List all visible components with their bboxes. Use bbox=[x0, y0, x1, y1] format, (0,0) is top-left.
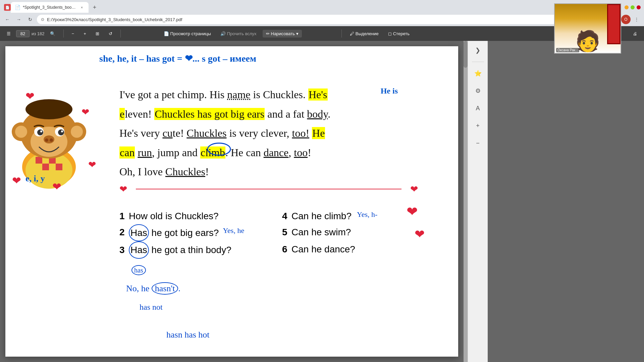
search-pdf-button[interactable]: 🔍 bbox=[47, 30, 59, 38]
q-text-1: How old is Chuckles? bbox=[129, 208, 219, 224]
rotate-button[interactable]: ↺ bbox=[105, 30, 116, 38]
svg-point-19 bbox=[45, 138, 48, 142]
lock-icon: ⊙ bbox=[41, 17, 44, 22]
fit-page-icon: ⊞ bbox=[96, 31, 99, 36]
pdf-toolbar-left: ☰ из 182 🔍 bbox=[3, 30, 59, 38]
svg-point-14 bbox=[37, 129, 43, 135]
forward-button[interactable]: → bbox=[14, 15, 23, 24]
close-button[interactable] bbox=[637, 5, 641, 9]
highlight-label: Выделение bbox=[356, 31, 379, 36]
refresh-button[interactable]: ↻ bbox=[25, 15, 35, 24]
search-pdf-icon: 🔍 bbox=[50, 31, 55, 36]
q-text-6: Can he dance? bbox=[291, 241, 355, 257]
sidebar-zoom-minus-icon[interactable]: − bbox=[472, 137, 484, 149]
heart-right-1: ❤ bbox=[407, 204, 418, 219]
has-circle-3: Has bbox=[129, 241, 149, 259]
has-circle-2: Has bbox=[129, 224, 149, 242]
print-icon: 🖨 bbox=[633, 31, 637, 36]
q-text-4: Can he climb? bbox=[291, 208, 352, 224]
tab-active[interactable]: 📄 *Spotlight_3_Students_book_Uc... × bbox=[11, 2, 89, 13]
erase-button[interactable]: ◻ Стереть bbox=[385, 30, 413, 38]
pdf-toolbar-center: 📄 Просмотр страницы 🔊 Прочить вслух ✏ На… bbox=[125, 30, 337, 38]
scrollbar-thumb[interactable] bbox=[464, 41, 468, 68]
q-num-5: 5 bbox=[282, 224, 289, 240]
svg-point-26 bbox=[208, 143, 230, 155]
tab-close-button[interactable]: × bbox=[79, 5, 85, 10]
heart-left: ❤ bbox=[52, 180, 61, 193]
minimize-button[interactable] bbox=[625, 5, 629, 9]
fit-page-button[interactable]: ⊞ bbox=[92, 30, 103, 38]
no-he-hasnt: No, he hasn't. bbox=[126, 281, 180, 296]
top-annotation: she, he, it – has got = ❤... s got – име… bbox=[99, 53, 256, 64]
hasnt-circle: hasn't bbox=[152, 282, 178, 295]
scrollbar[interactable] bbox=[464, 41, 468, 362]
webcam-feed: 🧑 Оксана Рак... bbox=[555, 4, 621, 53]
svg-point-22 bbox=[15, 126, 27, 138]
zoom-in-button[interactable]: + bbox=[80, 30, 90, 38]
page-number-input[interactable] bbox=[16, 30, 30, 37]
climb-highlight: climb bbox=[200, 146, 225, 159]
read-aloud-icon: 🔊 bbox=[220, 31, 226, 36]
q-num-2: 2 bbox=[119, 224, 126, 240]
profile-avatar[interactable]: О bbox=[621, 15, 631, 24]
dance-underline: dance bbox=[264, 146, 289, 159]
separator-3 bbox=[341, 29, 342, 38]
view-page-label: Просмотр страницы bbox=[170, 31, 211, 36]
has-not-annotation: has not bbox=[140, 300, 163, 314]
view-page-icon: 📄 bbox=[164, 31, 169, 36]
read-aloud-button[interactable]: 🔊 Прочить вслух bbox=[217, 30, 260, 38]
monkey-cartoon: ❤ ❤ ❤ ❤ bbox=[5, 80, 93, 190]
svg-rect-9 bbox=[56, 164, 62, 170]
pdf-page: ❤ ❤ ❤ ❤ she, he, it – has got = ❤... s g… bbox=[5, 46, 458, 357]
has-small-annotation: has bbox=[131, 261, 146, 278]
view-page-button[interactable]: 📄 Просмотр страницы bbox=[160, 30, 214, 38]
draw-button[interactable]: ✏ Нарисовать ▾ bbox=[263, 30, 302, 38]
back-button[interactable]: ← bbox=[3, 15, 12, 24]
sidebar-text-icon[interactable]: A bbox=[472, 102, 484, 114]
eleven-highlight: e bbox=[119, 108, 125, 120]
svg-rect-7 bbox=[42, 164, 49, 170]
heart-decoration-4: ❤ bbox=[88, 159, 96, 170]
read-aloud-label: Прочить вслух bbox=[227, 31, 257, 36]
tab-favicon: 📄 bbox=[4, 4, 11, 11]
question-2: 2 Has he got big ears? Yes, he bbox=[119, 224, 255, 242]
chuckles2-underline: Chuckles bbox=[165, 166, 205, 178]
q-text-3: Has he got a thin body? bbox=[129, 241, 231, 259]
question-5: 5 Can he swim? bbox=[282, 224, 418, 242]
draw-label: Нарисовать bbox=[271, 31, 295, 36]
has-circled: has bbox=[131, 265, 146, 275]
zoom-in-icon: + bbox=[84, 31, 86, 36]
hamburger-menu[interactable]: ☰ bbox=[3, 30, 14, 38]
menu-icon[interactable]: ⋮ bbox=[632, 15, 641, 24]
webcam-background: 🧑 Оксана Рак... bbox=[555, 4, 621, 53]
q-num-6: 6 bbox=[282, 241, 289, 257]
webcam-name-label: Оксана Рак... bbox=[556, 48, 579, 52]
q-text-5: Can he swim? bbox=[291, 224, 351, 240]
maximize-button[interactable] bbox=[631, 5, 635, 9]
svg-point-20 bbox=[50, 138, 53, 142]
sidebar-add-icon[interactable]: + bbox=[472, 120, 484, 132]
too2-underline: too bbox=[294, 146, 308, 159]
svg-rect-5 bbox=[56, 157, 62, 164]
yes-he-can-annotation: Yes, h- bbox=[357, 208, 377, 221]
sidebar-bookmark-icon[interactable]: ⭐ bbox=[472, 67, 484, 79]
page-total: из 182 bbox=[32, 31, 45, 36]
sidebar-divider bbox=[472, 62, 484, 62]
new-tab-button[interactable]: + bbox=[90, 3, 99, 12]
question-3: 3 Has he got a thin body? has bbox=[119, 241, 255, 314]
print-button[interactable]: 🖨 bbox=[630, 30, 641, 38]
highlight-icon: 🖊 bbox=[350, 31, 354, 36]
address-bar[interactable]: ⊙ E:/Уроки/3%20класс/Spotlight_3_Student… bbox=[37, 15, 587, 24]
svg-point-24 bbox=[71, 126, 83, 138]
sidebar-toggle-icon[interactable]: ❯ bbox=[472, 44, 484, 56]
divider-row: ❤ ❤ bbox=[119, 184, 418, 195]
sidebar-settings-icon[interactable]: ⚙ bbox=[472, 85, 484, 97]
zoom-out-button[interactable]: − bbox=[68, 30, 78, 38]
can-highlight: can bbox=[119, 146, 135, 159]
chuckles-underline: Chuckles bbox=[186, 127, 226, 139]
highlight-button[interactable]: 🖊 Выделение bbox=[346, 30, 382, 38]
tab-icon: 📄 bbox=[15, 5, 20, 10]
q-num-3: 3 bbox=[119, 242, 126, 258]
rotate-icon: ↺ bbox=[109, 31, 112, 36]
q3-row: 3 Has he got a thin body? bbox=[119, 241, 231, 259]
